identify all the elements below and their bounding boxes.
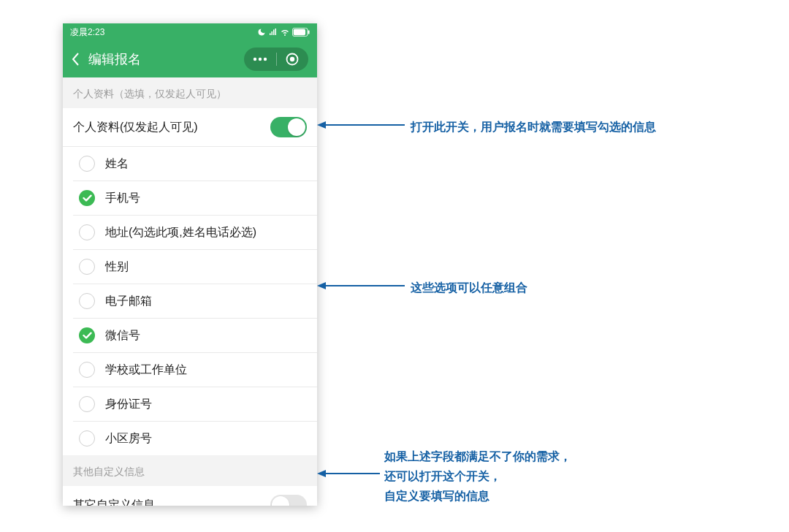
nav-bar: 编辑报名 [63,41,317,77]
svg-rect-2 [308,30,309,34]
personal-info-toggle[interactable] [270,117,307,137]
arrow-icon [317,119,405,131]
field-option[interactable]: 电子邮箱 [73,284,317,319]
callout-2 [317,280,405,292]
checkbox-icon [79,293,95,309]
field-option-label: 姓名 [105,156,129,172]
checkmark-icon [79,190,95,206]
checkbox-icon [79,430,95,446]
status-indicators [257,28,310,37]
field-option[interactable]: 学校或工作单位 [73,353,317,387]
field-option[interactable]: 微信号 [73,319,317,353]
custom-info-row: 其它自定义信息 [63,486,317,506]
callout-3 [317,468,380,479]
section-header-personal: 个人资料（选填，仅发起人可见） [63,77,317,108]
section-header-custom: 其他自定义信息 [63,455,317,486]
field-option[interactable]: 手机号 [73,181,317,216]
svg-rect-1 [294,29,305,36]
battery-icon [292,28,310,37]
page-title: 编辑报名 [88,50,141,68]
callout-3-line2: 还可以打开这个开关， [384,466,571,486]
ellipsis-icon [253,57,267,61]
menu-button[interactable] [244,48,276,71]
personal-info-master-row: 个人资料(仅发起人可见) [63,108,317,147]
callout-3-text: 如果上述字段都满足不了你的需求， 还可以打开这个开关， 自定义要填写的信息 [384,446,571,506]
field-option-label: 学校或工作单位 [105,362,187,378]
svg-point-7 [290,57,294,61]
moon-icon [257,28,266,37]
svg-marker-13 [317,470,326,477]
field-option-label: 小区房号 [105,431,152,446]
status-time: 凌晨2:23 [70,26,104,39]
field-option-label: 性别 [105,259,129,275]
custom-info-label: 其它自定义信息 [73,498,155,506]
field-option[interactable]: 性别 [73,250,317,284]
field-option-label: 微信号 [105,328,140,343]
svg-point-3 [254,58,256,61]
status-bar: 凌晨2:23 [63,23,317,41]
phone-frame: 凌晨2:23 编辑报名 个人资料（选填，仅发起人可见） 个人资料(仅发起人可见)… [63,23,317,506]
field-option[interactable]: 身份证号 [73,387,317,422]
field-option[interactable]: 小区房号 [73,422,317,455]
checkmark-icon [79,327,95,343]
svg-marker-9 [317,121,326,129]
checkbox-icon [79,259,95,275]
field-option-label: 地址(勾选此项,姓名电话必选) [105,225,256,240]
custom-info-toggle[interactable] [270,495,307,506]
target-icon [286,53,299,66]
back-icon[interactable] [72,52,80,66]
signal-icon [269,28,278,37]
field-option[interactable]: 地址(勾选此项,姓名电话必选) [73,216,317,250]
field-option-label: 身份证号 [105,397,152,412]
wifi-icon [281,28,289,37]
callout-1-text: 打开此开关，用户报名时就需要填写勾选的信息 [411,117,656,137]
mini-program-capsule [244,48,308,71]
callout-2-text: 这些选项可以任意组合 [411,278,527,297]
checkbox-icon [79,224,95,240]
svg-marker-11 [317,282,326,289]
field-option-label: 电子邮箱 [105,294,152,309]
checkbox-icon [79,156,95,172]
callout-3-line3: 自定义要填写的信息 [384,486,571,506]
field-option[interactable]: 姓名 [73,147,317,181]
checkbox-icon [79,362,95,378]
svg-point-5 [264,58,267,61]
arrow-icon [317,280,405,292]
checkbox-icon [79,396,95,412]
arrow-icon [317,468,380,479]
callout-1 [317,119,405,131]
personal-info-field-list: 姓名手机号地址(勾选此项,姓名电话必选)性别电子邮箱微信号学校或工作单位身份证号… [63,147,317,455]
personal-info-master-label: 个人资料(仅发起人可见) [73,120,198,135]
svg-point-4 [259,58,262,61]
close-button[interactable] [277,48,309,71]
callout-3-line1: 如果上述字段都满足不了你的需求， [384,446,571,466]
field-option-label: 手机号 [105,191,140,206]
